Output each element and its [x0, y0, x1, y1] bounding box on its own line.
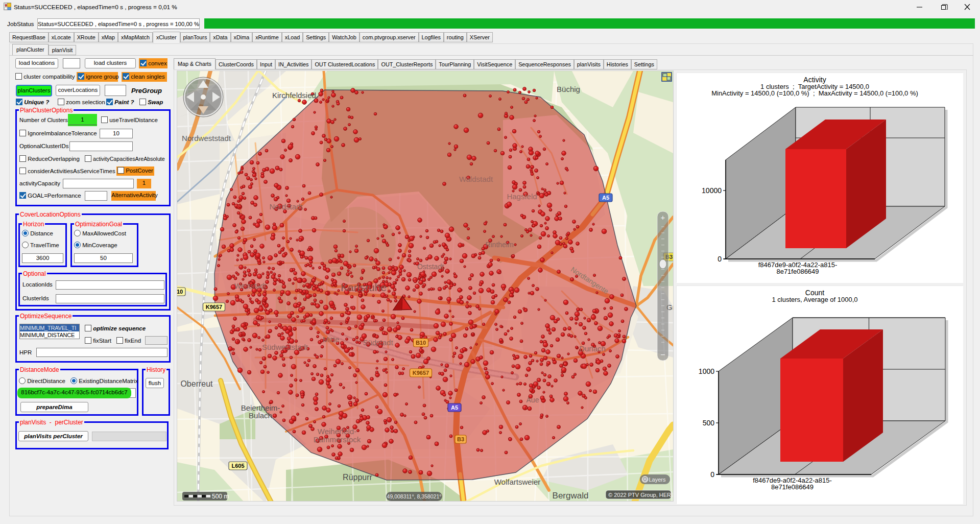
svg-text:0: 0: [718, 255, 722, 263]
svg-text:8e71fe086649: 8e71fe086649: [776, 268, 819, 275]
svg-text:500: 500: [703, 419, 715, 427]
svg-text:8e71fe086649: 8e71fe086649: [771, 483, 814, 491]
svg-text:1 clusters, Average of 1000,0: 1 clusters, Average of 1000,0: [772, 296, 857, 303]
svg-text:MinActivity = 14500,0 (=100,0: MinActivity = 14500,0 (=100,0 %) ; MaxAc…: [711, 89, 918, 97]
svg-text:1000: 1000: [699, 367, 714, 375]
svg-text:0: 0: [710, 470, 714, 479]
svg-text:10000: 10000: [702, 186, 722, 195]
